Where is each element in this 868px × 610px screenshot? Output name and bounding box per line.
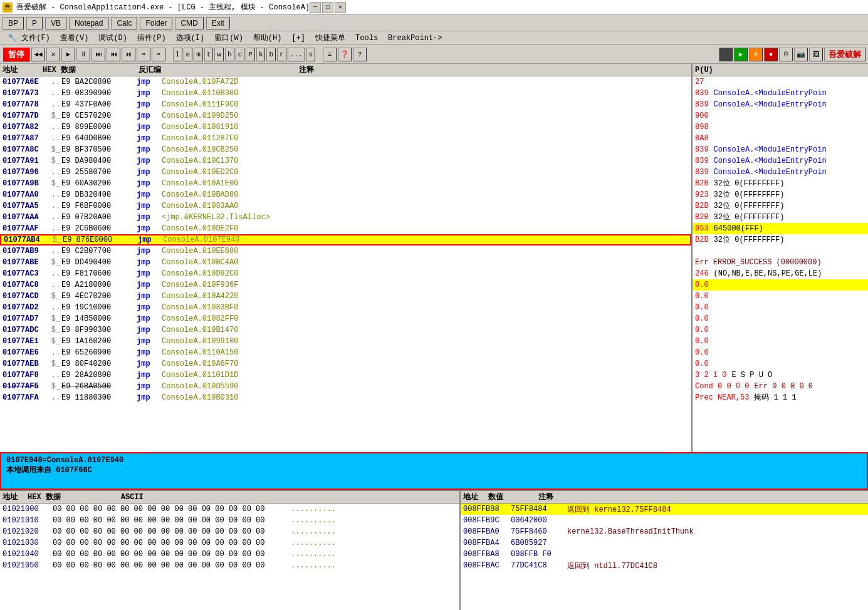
disasm-hex: E9 437F0A00 — [61, 100, 137, 109]
stack-row[interactable]: 008FFBA8008FFB F0 — [461, 549, 868, 560]
disasm-row[interactable]: 01077A8C$_E9 BF370500jmpConsoleA.010CB25… — [0, 144, 691, 155]
vb-button[interactable]: VB — [45, 17, 66, 29]
disasm-row[interactable]: 01077AD7$_E9 14B50000jmpConsoleA.01082FF… — [0, 313, 691, 324]
disasm-row[interactable]: 01077ADC$_E9 8F990300jmpConsoleA.010B147… — [0, 324, 691, 336]
icon1[interactable]: ⬛ — [719, 48, 733, 61]
disasm-row[interactable]: 01077A7D$_E9 CE570200jmpConsoleA.0109D25… — [0, 110, 691, 121]
disasm-row[interactable]: 01077AAF..E9 2C6B0600jmpConsoleA.010DE2F… — [0, 223, 691, 234]
close-button[interactable]: ✕ — [335, 2, 346, 13]
disasm-row[interactable]: 01077ACD$_E9 4EC70200jmpConsoleA.010A422… — [0, 291, 691, 302]
calc-button[interactable]: Calc — [111, 17, 137, 29]
menu-breakpoint[interactable]: BreakPoint-> — [384, 33, 446, 43]
icon7[interactable]: 🖼 — [809, 48, 823, 61]
menu-debug[interactable]: 调试(D) — [95, 32, 131, 44]
bigp-button[interactable]: P — [246, 48, 255, 61]
folder-button[interactable]: Folder — [140, 17, 172, 29]
bigr-button[interactable]: r — [277, 48, 286, 61]
menu-view[interactable]: 查看(V) — [56, 32, 93, 44]
disasm-row[interactable]: 01077AF5$_E9 26BA0500jmpConsoleA.010D559… — [0, 381, 691, 392]
hex-ascii: .......... — [291, 550, 366, 559]
icon5[interactable]: © — [779, 48, 793, 61]
disasm-row[interactable]: 01077A9B$_E9 60A30200jmpConsoleA.010A1E0… — [0, 178, 691, 189]
b-button[interactable]: b — [266, 48, 276, 61]
list-button[interactable]: ≡ — [323, 48, 337, 61]
hex-row[interactable]: 0102103000 00 00 00 00 00 00 00 00 00 00… — [0, 537, 459, 549]
s-button[interactable]: s — [306, 48, 316, 61]
help-button[interactable]: ? — [353, 48, 367, 61]
hex-row[interactable]: 0102101000 00 00 00 00 00 00 00 00 00 00… — [0, 515, 459, 526]
k-button[interactable]: k — [256, 48, 266, 61]
menu-shortcuts[interactable]: 快捷菜单 — [311, 32, 349, 44]
stack-row[interactable]: 008FFB9C00642000 — [461, 515, 868, 526]
hex-row[interactable]: 0102100000 00 00 00 00 00 00 00 00 00 00… — [0, 504, 459, 515]
stop-button[interactable]: 暂停 — [3, 47, 30, 62]
stack-row[interactable]: 008FFBAC77DC41C8返回到 ntdll.77DC41C8 — [461, 560, 868, 571]
menu-tools[interactable]: Tools — [352, 33, 382, 43]
disasm-row[interactable]: 01077ABE$_E9 DD490400jmpConsoleA.010BC4A… — [0, 257, 691, 268]
disasm-row[interactable]: 01077A82..E9 899E0000jmpConsoleA.0108191… — [0, 121, 691, 133]
hex-row[interactable]: 0102105000 00 00 00 00 00 00 00 00 00 00… — [0, 560, 459, 571]
disasm-row[interactable]: 01077AF0..E9 28A20800jmpConsoleA.01101D1… — [0, 370, 691, 381]
dot-button[interactable]: ... — [288, 48, 305, 61]
e-button[interactable]: e — [184, 48, 193, 61]
disasm-row[interactable]: 01077AC3..E9 F8170600jmpConsoleA.010D92C… — [0, 268, 691, 279]
menu-help[interactable]: 帮助(H) — [249, 32, 286, 44]
h-button[interactable]: h — [225, 48, 234, 61]
disasm-row[interactable]: 01077A96..E9 25580700jmpConsoleA.010ED2C… — [0, 167, 691, 178]
menu-window[interactable]: 窗口(W) — [211, 32, 247, 44]
w-button[interactable]: w — [214, 48, 224, 61]
menu-plugins[interactable]: 插件(P) — [133, 32, 170, 44]
disasm-row[interactable]: 01077A78..E9 437F0A00jmpConsoleA.0111F9C… — [0, 99, 691, 110]
disasm-row[interactable]: 01077A87..E9 640D0B00jmpConsoleA.011287F… — [0, 133, 691, 144]
rewind-button[interactable]: ◀◀ — [31, 48, 45, 61]
step-button1[interactable]: ⏯ — [122, 48, 135, 61]
disasm-addr: 01077AE1 — [0, 337, 50, 346]
disasm-row[interactable]: 01077AD2..E9 19C10000jmpConsoleA.01083BF… — [0, 302, 691, 313]
cmd-button[interactable]: CMD — [175, 17, 203, 29]
disasm-row[interactable]: 01077A6E..E9 BA2C0800jmpConsoleA.010FA72… — [0, 76, 691, 88]
step-over-button[interactable]: ⏭ — [92, 48, 105, 61]
maximize-button[interactable]: □ — [322, 2, 333, 13]
disasm-row[interactable]: 01077AE6..E9 65260900jmpConsoleA.0110A15… — [0, 347, 691, 358]
hex-row[interactable]: 0102102000 00 00 00 00 00 00 00 00 00 00… — [0, 526, 459, 537]
stack-row[interactable]: 008FFBA46B085927 — [461, 537, 868, 549]
disasm-row[interactable]: 01077AFA..E9 11880300jmpConsoleA.010B031… — [0, 392, 691, 403]
icon2[interactable]: ▶ — [734, 48, 748, 61]
disasm-row[interactable]: 01077AB9..E9 C2B07700jmpConsoleA.010EE68… — [0, 246, 691, 257]
close-debug-button[interactable]: ✕ — [46, 48, 60, 61]
exit-button[interactable]: Exit — [206, 17, 230, 29]
disasm-row[interactable]: 01077A73..E9 08390900jmpConsoleA.0110B38… — [0, 88, 691, 99]
menu-options[interactable]: 选项(I) — [172, 32, 209, 44]
stack-row[interactable]: 008FFB9875FF8484返回到 kernel32.75FF8484 — [461, 504, 868, 515]
step-button3[interactable]: ➡ — [152, 48, 165, 61]
bp-button[interactable]: BP — [3, 17, 24, 29]
hex-row[interactable]: 0102104000 00 00 00 00 00 00 00 00 00 00… — [0, 549, 459, 560]
menu-file[interactable]: 🔧 文件(F) — [4, 32, 54, 44]
icon3[interactable]: A — [749, 48, 763, 61]
run-button[interactable]: ▶ — [61, 48, 75, 61]
c-button[interactable]: c — [236, 48, 245, 61]
stack-row[interactable]: 008FFBA075FF8460kernel32.BaseThreadInitT… — [461, 526, 868, 537]
minimize-button[interactable]: ─ — [310, 2, 321, 13]
step-back-button[interactable]: ⏮ — [107, 48, 120, 61]
m-button[interactable]: m — [194, 48, 203, 61]
t-button[interactable]: t — [204, 48, 214, 61]
disasm-row[interactable]: 01077A91$_E9 DA980400jmpConsoleA.010C137… — [0, 155, 691, 167]
q-button[interactable]: ❓ — [338, 48, 352, 61]
p-button[interactable]: P — [26, 17, 43, 29]
step-button2[interactable]: ➡ — [137, 48, 150, 61]
disasm-row[interactable]: 01077AB4$_E9 876E0000jmpConsoleA.0107E94… — [0, 234, 691, 246]
pause-button[interactable]: ⏸ — [76, 48, 90, 61]
disasm-row[interactable]: 01077AC8..E9 A2180800jmpConsoleA.010F936… — [0, 279, 691, 291]
icon4[interactable]: ● — [764, 48, 778, 61]
l-button[interactable]: l — [173, 48, 182, 61]
icon6[interactable]: 📷 — [794, 48, 808, 61]
disasm-mnem: jmp — [137, 371, 162, 380]
disasm-row[interactable]: 01077AEB$_E9 80F40200jmpConsoleA.010A6F7… — [0, 358, 691, 370]
disasm-row[interactable]: 01077AAA..E9 07B20A00jmp<jmp.&KERNEL32.T… — [0, 212, 691, 223]
disasm-row[interactable]: 01077AE1$_E9 1A160200jmpConsoleA.0109910… — [0, 336, 691, 347]
disasm-row[interactable]: 01077AA0..E9 DB320400jmpConsoleA.010BAD8… — [0, 189, 691, 200]
menu-plus[interactable]: [+] — [288, 33, 309, 43]
disasm-row[interactable]: 01077AA5..E9 F6BF0000jmpConsoleA.01083AA… — [0, 200, 691, 212]
notepad-button[interactable]: Notepad — [69, 17, 108, 29]
